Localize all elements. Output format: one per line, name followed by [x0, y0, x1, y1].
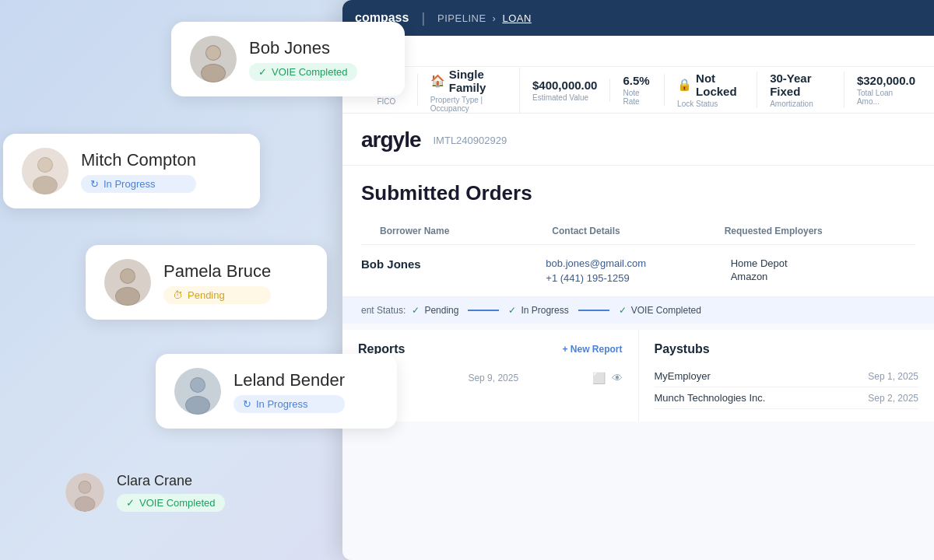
paystub-row-2[interactable]: Munch Technologies Inc. Sep 2, 2025 — [655, 387, 919, 409]
submitted-orders-title: Submitted Orders — [361, 181, 915, 218]
paystub-employer-1: MyEmployer — [655, 370, 711, 382]
contact-details-cell: bob.jones@gmail.com +1 (441) 195-1259 — [546, 257, 730, 284]
top-nav: compass | PIPELINE › LOAN — [342, 0, 934, 36]
total-loan-value: $320,000.0 — [857, 74, 915, 87]
borrower-card-clara[interactable]: Clara Crane ✓ VOIE Completed — [47, 459, 265, 526]
info-property: 🏠 Single Family Property Type | Occupanc… — [418, 68, 520, 113]
borrower-card-mitch[interactable]: Mitch Compton ↻ In Progress — [3, 134, 260, 208]
check-icon-2: ✓ — [126, 497, 135, 509]
status-step-1: ✓ Pending — [412, 305, 458, 316]
left-panel: Bob Jones ✓ VOIE Completed Mitch Compton… — [0, 0, 335, 560]
borrower-name-pamela: Pamela Bruce — [163, 261, 271, 282]
reports-panel-title: Reports + New Report — [358, 342, 623, 356]
status-line-1 — [468, 310, 499, 311]
avatar-clara — [65, 473, 104, 512]
paystubs-panel-title: Paystubs — [655, 342, 919, 356]
amortization-label: Amortization — [770, 100, 831, 108]
nav-loan[interactable]: LOAN — [502, 12, 531, 24]
nav-arrow: › — [493, 12, 497, 24]
report-actions: ⬜ 👁 — [592, 372, 623, 384]
argyle-order-id: IMTL240902929 — [434, 135, 507, 146]
status-bar: ent Status: ✓ Pending ✓ In Progress ✓ VO… — [342, 297, 934, 324]
argyle-logo: argyle — [361, 128, 421, 152]
paystub-row-1[interactable]: MyEmployer Sep 1, 2025 — [655, 366, 919, 387]
svg-point-9 — [33, 177, 57, 194]
info-total-loan: $320,000.0 Total Loan Amo... — [844, 74, 928, 106]
borrower-row-main: Bob Jones bob.jones@gmail.com +1 (441) 1… — [361, 257, 915, 284]
card-info-bob: Bob Jones ✓ VOIE Completed — [249, 38, 357, 81]
borrower-name-bob: Bob Jones — [249, 38, 357, 58]
nav-pipeline[interactable]: PIPELINE — [437, 12, 486, 24]
argyle-header: argyle IMTL240902929 — [342, 114, 934, 166]
info-amortization: 30-Year Fixed Amortization — [757, 72, 844, 108]
nav-divider: | — [421, 10, 425, 26]
house-icon: 🏠 — [430, 74, 445, 88]
table-header: Borrower Name Contact Details Requested … — [361, 218, 915, 245]
property-label: Property Type | Occupancy — [430, 96, 507, 113]
contact-email: bob.jones@gmail.com — [546, 257, 730, 269]
estimated-label: Estimated Value — [532, 93, 597, 102]
svg-point-18 — [191, 378, 205, 392]
card-info-clara: Clara Crane ✓ VOIE Completed — [117, 473, 225, 512]
info-value-est: $400,000.00 Estimated Value — [520, 79, 610, 102]
paystub-date-1: Sep 1, 2025 — [868, 371, 918, 382]
paystub-date-2: Sep 2, 2025 — [868, 393, 918, 404]
svg-point-14 — [116, 288, 139, 305]
svg-point-24 — [75, 497, 95, 511]
status-step-2: ✓ In Progress — [508, 305, 568, 316]
avatar-leland — [174, 368, 221, 415]
note-rate-value: 6.5% — [623, 74, 651, 87]
info-note-rate: 6.5% Note Rate — [610, 74, 665, 106]
sync-icon-2: ↻ — [243, 398, 251, 410]
status-step-3: ✓ VOIE Completed — [619, 305, 701, 316]
borrower-name-mitch: Mitch Compton — [81, 150, 196, 170]
toolbar-row: ▾ ⊡ — [342, 36, 934, 67]
svg-point-4 — [202, 65, 225, 82]
lock-label: Lock Status — [677, 100, 744, 108]
status-badge-clara: ✓ VOIE Completed — [117, 494, 225, 512]
borrower-name-leland: Leland Bender — [234, 370, 345, 390]
status-badge-pamela: ⏱ Pending — [163, 286, 271, 304]
paystubs-panel: Paystubs MyEmployer Sep 1, 2025 Munch Te… — [639, 330, 935, 422]
note-rate-label: Note Rate — [623, 89, 651, 106]
report-row-voie[interactable]: VOIE Sep 9, 2025 ⬜ 👁 — [358, 366, 623, 390]
step-label-2: In Progress — [521, 305, 568, 316]
borrower-card-leland[interactable]: Leland Bender ↻ In Progress — [156, 354, 397, 429]
bottom-panels: Reports + New Report VOIE Sep 9, 2025 ⬜ … — [342, 330, 934, 422]
col-borrower-name: Borrower Name — [380, 226, 552, 236]
download-icon[interactable]: ⬜ — [592, 372, 606, 384]
step-label-1: Pending — [424, 305, 458, 316]
svg-point-13 — [121, 269, 135, 283]
info-bar: ‹ 680 Mid-FICO 🏠 Single Family Property … — [342, 67, 934, 114]
status-badge-mitch: ↻ In Progress — [81, 175, 196, 193]
main-content: argyle IMTL240902929 Submitted Orders Bo… — [342, 114, 934, 560]
new-report-button[interactable]: + New Report — [562, 344, 622, 355]
lock-icon: 🔒 — [677, 78, 692, 92]
lock-status-value: 🔒 Not Locked — [677, 72, 744, 98]
avatar-pamela — [104, 259, 151, 306]
col-requested-employers: Requested Employers — [725, 226, 897, 236]
borrower-row-name-cell: Bob Jones — [361, 257, 546, 271]
row-borrower-name: Bob Jones — [361, 256, 421, 271]
right-panel: compass | PIPELINE › LOAN ▾ ⊡ ‹ 680 Mid-… — [342, 0, 934, 560]
report-date: Sep 9, 2025 — [468, 373, 518, 383]
check-step-2: ✓ — [508, 305, 516, 316]
status-badge-leland: ↻ In Progress — [234, 395, 345, 413]
total-loan-label: Total Loan Amo... — [857, 89, 915, 106]
info-lock: 🔒 Not Locked Lock Status — [665, 72, 757, 108]
paystubs-title-text: Paystubs — [655, 342, 710, 356]
card-info-mitch: Mitch Compton ↻ In Progress — [81, 150, 196, 193]
employer-list: Home Depot Amazon — [731, 257, 915, 282]
svg-point-3 — [206, 46, 220, 60]
nav-breadcrumb: PIPELINE › LOAN — [437, 12, 532, 24]
borrower-card-pamela[interactable]: Pamela Bruce ⏱ Pending — [86, 245, 327, 320]
eye-icon[interactable]: 👁 — [612, 372, 623, 384]
svg-point-19 — [186, 397, 209, 414]
paystub-employer-2: Munch Technologies Inc. — [655, 392, 766, 404]
check-icon: ✓ — [258, 66, 267, 78]
borrower-card-bob[interactable]: Bob Jones ✓ VOIE Completed — [171, 22, 405, 96]
estimated-value: $400,000.00 — [532, 79, 597, 92]
borrower-row-bob[interactable]: Bob Jones bob.jones@gmail.com +1 (441) 1… — [342, 245, 934, 297]
svg-point-8 — [38, 158, 52, 172]
property-value: 🏠 Single Family — [430, 68, 507, 94]
